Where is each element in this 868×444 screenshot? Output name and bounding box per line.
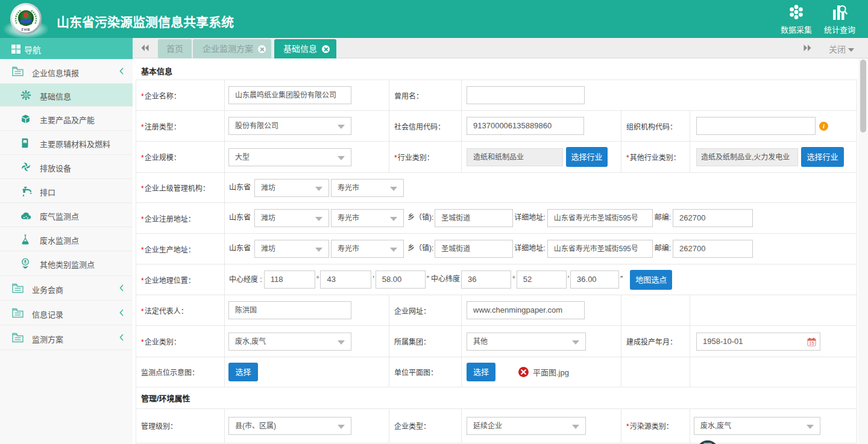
svg-text:i: i — [823, 123, 825, 130]
svg-text:15: 15 — [809, 340, 814, 346]
svg-text:ZHB: ZHB — [21, 28, 30, 31]
